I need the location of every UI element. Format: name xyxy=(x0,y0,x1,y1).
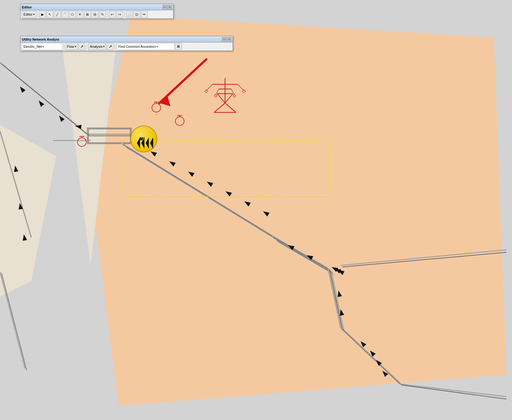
editor-split-btn[interactable]: ⊞ xyxy=(84,11,91,18)
editor-cursor-btn[interactable]: ↖ xyxy=(47,11,53,18)
editor-line-btn[interactable]: ╱ xyxy=(54,11,61,18)
flow-icon-btn[interactable]: ↗ xyxy=(78,43,85,50)
editor-title: Editor xyxy=(22,5,32,9)
utility-title-buttons: — × xyxy=(222,37,231,42)
editor-undo-btn[interactable]: ↩ xyxy=(109,11,116,18)
network-dropdown-arrow: ▾ xyxy=(43,45,44,48)
flow-dropdown-arrow: ▾ xyxy=(75,45,76,48)
task-dropdown[interactable]: Find Common Ancestors ▾ xyxy=(117,43,174,50)
editor-title-buttons: — × xyxy=(163,5,172,9)
editor-close-btn[interactable]: × xyxy=(168,5,172,9)
editor-select2-btn[interactable]: ⊡ xyxy=(133,11,140,18)
editor-arc-btn[interactable]: ⌒ xyxy=(62,11,68,18)
utility-toolbar-window: Utility Network Analyst — × Electric_Net… xyxy=(20,36,233,51)
map-canvas xyxy=(0,0,512,420)
utility-title: Utility Network Analyst xyxy=(22,37,59,41)
editor-play-btn[interactable]: ▶ xyxy=(39,11,46,18)
editor-select-btn[interactable]: ⬜ xyxy=(126,11,133,18)
network-dropdown[interactable]: Electric_Net ▾ xyxy=(22,43,63,50)
editor-minimize-btn[interactable]: — xyxy=(163,5,167,9)
utility-close-btn[interactable]: × xyxy=(227,37,231,42)
editor-redo-btn[interactable]: ↪ xyxy=(116,11,123,18)
solve-close-icon: ✖ xyxy=(177,44,180,49)
flow-label: Flow xyxy=(67,45,74,48)
editor-sep3 xyxy=(124,11,125,17)
utility-sep3 xyxy=(115,43,115,50)
editor-polygon-btn[interactable]: ⬠ xyxy=(69,11,76,18)
solve-close-btn[interactable]: ✖ xyxy=(175,43,182,50)
editor-attr-btn[interactable]: ✏ xyxy=(141,11,148,18)
flow-btn[interactable]: Flow ▾ xyxy=(65,43,78,50)
utility-titlebar: Utility Network Analyst — × xyxy=(21,36,233,42)
utility-sep1 xyxy=(64,43,64,50)
editor-trim-btn[interactable]: ⊟ xyxy=(92,11,98,18)
analysis-icon-btn[interactable]: ↗ xyxy=(107,43,114,50)
network-dropdown-label: Electric_Net xyxy=(23,45,42,48)
task-dropdown-arrow: ▾ xyxy=(157,45,158,48)
editor-node-btn[interactable]: ✳ xyxy=(77,11,83,18)
editor-toolbar-window: Editor — × Editor▾ ▶ ↖ ╱ ⌒ ⬠ ✳ ⊞ ⊟ ✎ ↩ ↪… xyxy=(20,4,173,19)
editor-sep2 xyxy=(107,11,108,17)
editor-extend-btn[interactable]: ✎ xyxy=(99,11,106,18)
editor-toolbar-body: Editor▾ ▶ ↖ ╱ ⌒ ⬠ ✳ ⊞ ⊟ ✎ ↩ ↪ ⬜ ⊡ ✏ xyxy=(21,10,173,18)
utility-toolbar-body: Electric_Net ▾ Flow ▾ ↗ Analysis ▾ ↗ Fin… xyxy=(21,42,233,51)
editor-dropdown-btn[interactable]: Editor▾ xyxy=(22,11,36,18)
utility-minimize-btn[interactable]: — xyxy=(222,37,226,42)
task-dropdown-label: Find Common Ancestors xyxy=(118,45,156,48)
analysis-dropdown-arrow: ▾ xyxy=(103,45,105,48)
utility-sep2 xyxy=(87,43,87,50)
editor-sep1 xyxy=(38,11,38,17)
analysis-label: Analysis xyxy=(90,45,103,48)
analysis-btn[interactable]: Analysis ▾ xyxy=(88,43,106,50)
editor-titlebar: Editor — × xyxy=(21,4,173,10)
